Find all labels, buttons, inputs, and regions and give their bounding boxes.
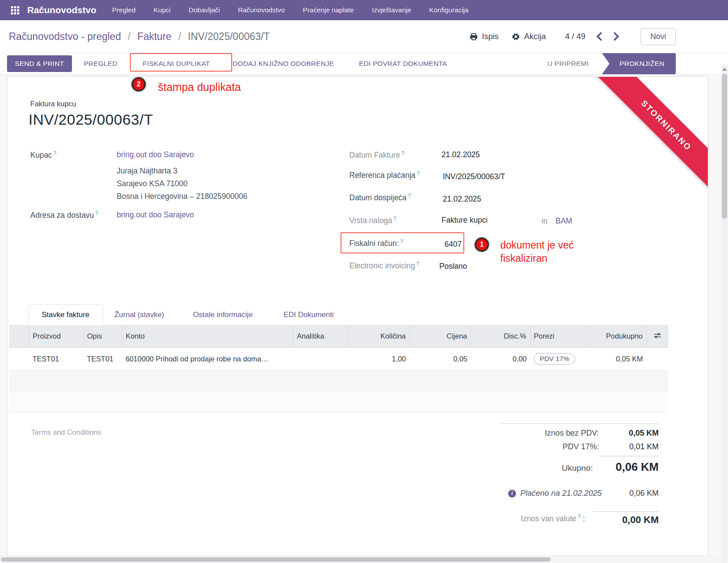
form-view-background: STORNIRANO Faktura kupcu INV/2025/00063/… [0,75,721,563]
header-cijena[interactable]: Cijena [409,325,471,347]
cell-cijena: 0,05 [409,347,471,370]
help-icon: ? [400,238,403,245]
vertical-scrollbar-thumb[interactable] [722,74,727,219]
tab-edi-dokumenti[interactable]: EDI Dokumenti [273,305,344,325]
currency-link[interactable]: BAM [556,217,572,226]
pager-next-icon[interactable] [611,31,622,42]
add-credit-note-button[interactable]: DODAJ KNJIŽNO ODOBRENJE [233,55,334,72]
action-menu-button[interactable]: Akcija [512,32,545,41]
cell-disc: 0,00 [471,347,530,370]
tab-zurnal-stavke[interactable]: Žurnal (stavke) [104,305,175,325]
cell-proizvod[interactable]: TEST01 [29,347,83,370]
breadcrumb-parent[interactable]: Fakture [137,31,172,42]
due-date-label: Datum dospijeća [349,193,406,202]
fiscal-receipt-label: Fiskalni račun: [349,239,399,248]
menu-dobavljaci[interactable]: Dobavljači [189,6,220,14]
action-label: Akcija [524,32,545,41]
scroll-up-icon[interactable] [722,68,727,71]
optional-columns-icon[interactable] [646,325,668,347]
info-icon: i [508,490,516,498]
cell-konto: 6010000 Prihodi od prodaje robe na doma… [122,347,293,370]
menu-kupci[interactable]: Kupci [154,6,171,14]
new-record-button[interactable]: Novi [641,28,676,45]
menu-izvjestavanje[interactable]: Izvještavanje [372,6,411,14]
breadcrumb: Računovodstvo - pregled / Fakture / INV/… [9,31,270,43]
terms-placeholder[interactable]: Terms and Conditions [31,428,101,437]
app-brand[interactable]: Računovodstvo [27,5,97,15]
header-kolicina[interactable]: Količina [348,325,409,347]
breadcrumb-root[interactable]: Računovodstvo - pregled [9,31,121,42]
customer-link[interactable]: bring.out doo Sarajevo [117,150,194,159]
address-line: Sarajevo KSA 71000 [117,177,247,190]
residual-divider [593,511,659,512]
breadcrumb-separator: / [128,31,130,42]
odoo-invoice-form: Računovodstvo Pregled Kupci Dobavljači R… [0,0,728,563]
address-line: Bosna i Hercegovina – 218025900006 [117,190,247,203]
fiscal-duplicate-button[interactable]: FISKALNI DUPLIKAT [143,55,210,72]
help-icon: ? [54,150,57,156]
cell-podukupno: 0,05 KM [589,347,646,370]
status-widget: U PRIPREMI PROKNJIŽEN [534,53,676,74]
menu-pregled[interactable]: Pregled [112,6,136,14]
status-posted[interactable]: PROKNJIŽEN [602,53,676,74]
journal-label: Vrsta naloga [349,216,392,225]
help-icon: ? [394,216,397,222]
menu-pracenje-naplate[interactable]: Praćenje naplate [303,6,354,14]
menu-konfiguracija[interactable]: Konfiguracija [429,6,469,14]
due-date-value[interactable]: 21.02.2025 [443,195,481,204]
header-analitika[interactable]: Analitika [293,325,348,347]
tab-ostale-informacije[interactable]: Ostale informacije [183,305,263,325]
header-proizvod[interactable]: Proizvod [29,325,83,347]
header-opis[interactable]: Opis [83,325,122,347]
breadcrumb-separator: / [178,31,181,42]
paid-label[interactable]: Plaćeno na 21.02.2025 [520,489,602,498]
status-draft[interactable]: U PRIPREMI [534,53,602,74]
annotation-text-1: dokument je već fiskaliziran [500,238,574,265]
cell-kolicina: 1,00 [348,347,409,370]
preview-button[interactable]: PREGLED [84,55,117,72]
total-divider [599,456,659,456]
help-icon: ? [417,170,420,177]
help-icon: ? [95,210,98,217]
cell-porezi: PDV 17% [530,347,589,370]
header-handle [9,325,29,347]
form-statusbar: SEND & PRINT PREGLED FISKALNI DUPLIKAT D… [0,53,728,75]
apps-grid-icon[interactable] [11,6,19,14]
main-menu: Pregled Kupci Dobavljači Računovodstvo P… [112,6,469,14]
help-icon: ? [408,193,411,199]
header-podukupno[interactable]: Podukupno [589,325,646,347]
tab-stavke-fakture[interactable]: Stavke fakture [28,304,103,325]
address-line: Juraja Najtharta 3 [117,165,247,177]
payment-reference-label: Referenca plaćanja [349,171,416,180]
menu-racunovodstvo[interactable]: Računovodstvo [238,6,285,14]
header-porezi[interactable]: Porezi [530,325,589,347]
horizontal-scrollbar-thumb[interactable] [1,557,551,562]
total-label: Ukupno: [562,463,593,473]
untaxed-value: 0,05 KM [599,429,659,438]
vertical-scrollbar[interactable] [721,65,728,563]
send-print-button[interactable]: SEND & PRINT [7,55,72,72]
pager-previous-icon[interactable] [593,31,605,42]
journal-value: Fakture kupci [441,216,488,225]
edi-return-button[interactable]: EDI POVRAT DOKUMENTA [359,55,447,72]
cell-analitika [293,347,348,370]
payment-reference-value[interactable]: INV/2025/00063/T [443,172,505,181]
annotation-marker-1: 1 [475,238,489,252]
print-button[interactable]: Ispis [470,32,498,41]
help-icon: ? [577,513,581,520]
invoice-sheet: STORNIRANO Faktura kupcu INV/2025/00063/… [7,76,708,556]
annotation-marker-2: 2 [132,77,146,91]
header-disc[interactable]: Disc.% [471,325,530,347]
help-icon: ? [402,150,405,156]
invoice-line-row[interactable]: TEST01 TEST01 6010000 Prihodi od prodaje… [9,347,668,370]
einvoicing-value: Poslano [439,262,467,271]
control-panel: Računovodstvo - pregled / Fakture / INV/… [0,20,728,53]
header-konto[interactable]: Konto [122,325,293,347]
delivery-address-link[interactable]: bring.out doo Sarajevo [117,210,194,220]
horizontal-scrollbar[interactable] [0,556,721,563]
paid-value: 0,06 KM [606,489,659,498]
document-type-label: Faktura kupcu [30,100,76,108]
totals-block: Iznos bez PDV: 0,05 KM PDV 17%: 0,01 KM … [501,423,659,526]
breadcrumb-current: INV/2025/00063/T [188,31,270,42]
kupac-label: Kupac [30,151,52,159]
